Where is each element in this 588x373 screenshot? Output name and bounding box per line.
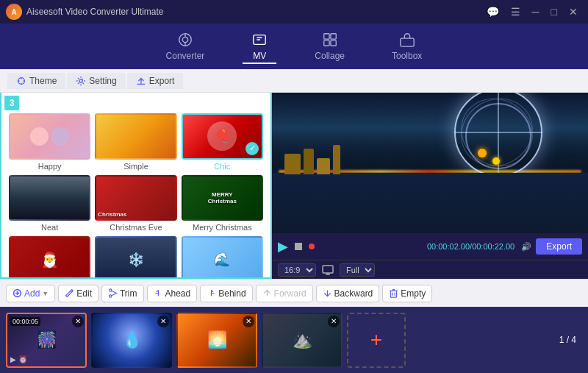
forward-icon — [262, 288, 272, 298]
ahead-label: Ahead — [165, 288, 191, 299]
behind-button[interactable]: Behind — [200, 285, 252, 302]
forward-label: Forward — [274, 288, 306, 299]
export-subtab-icon — [136, 76, 146, 86]
film-sunset-icon: 🌅 — [207, 330, 227, 349]
film-fireworks: 🎆 — [37, 330, 57, 349]
logo-letter: A — [11, 8, 16, 16]
backward-button[interactable]: Backward — [316, 285, 380, 302]
minimize-button[interactable]: ─ — [528, 4, 544, 19]
theme-label-simple: Simple — [123, 162, 148, 171]
play-button[interactable]: ▶ — [278, 238, 288, 255]
add-dropdown-arrow: ▼ — [42, 290, 49, 297]
film-close-2[interactable]: ✕ — [157, 316, 169, 327]
menu-icon[interactable]: ☰ — [506, 4, 525, 19]
film-close-4[interactable]: ✕ — [328, 316, 340, 327]
add-label: Add — [24, 288, 40, 299]
svg-point-14 — [110, 295, 112, 297]
theme-item-merry-christmas[interactable]: MERRYChristmas Merry Christmas — [182, 175, 263, 232]
aspect-ratio-select[interactable]: 16:9 4:3 1:1 — [278, 263, 316, 277]
behind-icon — [207, 288, 216, 298]
film-clock-icon: ⏰ — [18, 355, 27, 363]
theme-item-chic[interactable]: 🎈 ✓ Chic — [182, 113, 263, 171]
theme-selected-check: ✓ — [245, 142, 259, 155]
trim-icon — [108, 288, 118, 298]
theme-item-christmas-eve[interactable]: Christmas Christmas Eve — [95, 175, 176, 232]
empty-button[interactable]: Empty — [382, 285, 432, 302]
film-item-3[interactable]: 🌅 ✕ — [176, 313, 257, 368]
theme-item-snowy[interactable]: ❄️ Snowy Night — [95, 236, 176, 279]
film-close-1[interactable]: ✕ — [72, 316, 84, 327]
nav-toolbox[interactable]: Toolbox — [383, 29, 431, 64]
stop-button[interactable]: ⏹ — [293, 240, 304, 253]
theme-subtab-icon — [16, 76, 26, 86]
panel-number: 3 — [4, 96, 19, 110]
collage-label: Collage — [315, 51, 345, 61]
nav-mv[interactable]: MV — [243, 29, 276, 64]
subtabs: Theme Setting Export — [0, 69, 588, 93]
nav-converter[interactable]: Converter — [157, 29, 214, 64]
edit-button[interactable]: Edit — [58, 285, 98, 302]
maximize-button[interactable]: □ — [547, 4, 562, 19]
mv-icon — [251, 32, 268, 48]
theme-panel: 3 Happy Simple — [0, 93, 272, 279]
add-button[interactable]: Add ▼ — [6, 285, 55, 302]
toolbox-label: Toolbox — [392, 51, 422, 61]
close-button[interactable]: ✕ — [564, 4, 582, 19]
subtab-setting[interactable]: Setting — [67, 73, 125, 89]
theme-label-merry: Merry Christmas — [193, 223, 252, 232]
film-add-icon: + — [370, 328, 382, 352]
theme-label-neat: Neat — [41, 223, 58, 232]
film-mountain-icon: ⛰️ — [293, 330, 312, 349]
theme-grid: Happy Simple 🎈 ✓ Chic — [1, 93, 270, 279]
trim-button[interactable]: Trim — [101, 285, 144, 302]
collage-icon — [322, 32, 338, 48]
theme-label-chic: Chic — [214, 162, 230, 171]
theme-item-neat[interactable]: Neat — [9, 175, 90, 232]
svg-rect-8 — [331, 40, 336, 46]
empty-label: Empty — [401, 288, 426, 299]
navbar: Converter MV Collage Toolbox — [0, 24, 588, 69]
theme-item-simple[interactable]: Simple — [95, 113, 176, 171]
setting-subtab-icon — [76, 76, 86, 86]
subtab-export[interactable]: Export — [127, 73, 184, 89]
titlebar: A Aiseesoft Video Converter Ultimate 💬 ☰… — [0, 0, 588, 24]
mv-label: MV — [253, 51, 266, 61]
total-time: 00:00:22.00 — [472, 242, 514, 251]
volume-icon[interactable]: 🔊 — [521, 242, 531, 251]
app-logo: A — [6, 4, 22, 20]
preview-panel: ▶ ⏹ 00:00:02.00/00:00:22.00 🔊 Export 16:… — [272, 93, 588, 279]
display-select[interactable]: Full Fit — [340, 263, 375, 277]
film-item-4[interactable]: ⛰️ ✕ — [262, 313, 343, 368]
boat-1 — [284, 154, 301, 174]
preview-controls: ▶ ⏹ 00:00:02.00/00:00:22.00 🔊 Export — [272, 233, 588, 260]
ahead-icon — [154, 288, 163, 298]
globe-structure — [454, 93, 550, 184]
orange-dot-2 — [492, 157, 500, 165]
theme-item-santa[interactable]: 🎅 Santa Claus — [9, 236, 90, 279]
behind-label: Behind — [218, 288, 245, 299]
theme-item-stripes[interactable]: 🌊 Stripes & Waves — [182, 236, 263, 279]
subtab-theme[interactable]: Theme — [7, 73, 65, 89]
svg-rect-5 — [323, 34, 329, 39]
forward-button[interactable]: Forward — [256, 285, 313, 302]
backward-label: Backward — [334, 288, 373, 299]
film-water-icon: 💧 — [122, 330, 142, 349]
nav-collage[interactable]: Collage — [306, 29, 354, 64]
theme-item-happy[interactable]: Happy — [9, 113, 90, 171]
film-item-2[interactable]: 💧 ✕ — [91, 313, 172, 368]
backward-icon — [323, 288, 332, 298]
film-close-3[interactable]: ✕ — [243, 316, 254, 327]
chat-icon[interactable]: 💬 — [482, 4, 503, 19]
setting-tab-label: Setting — [89, 76, 116, 86]
svg-rect-9 — [401, 38, 414, 46]
window-controls: 💬 ☰ ─ □ ✕ — [482, 4, 582, 19]
water — [272, 173, 588, 233]
film-add-button[interactable]: + — [347, 313, 406, 368]
svg-point-15 — [110, 289, 112, 291]
monitor-icon — [322, 264, 334, 276]
time-display: 00:00:02.00/00:00:22.00 🔊 — [319, 242, 531, 252]
export-button[interactable]: Export — [536, 238, 582, 255]
film-item-1[interactable]: 🎆 00:00:05 ✕ ▶ ⏰ — [6, 313, 87, 368]
ahead-button[interactable]: Ahead — [147, 285, 198, 302]
svg-rect-12 — [323, 266, 333, 273]
